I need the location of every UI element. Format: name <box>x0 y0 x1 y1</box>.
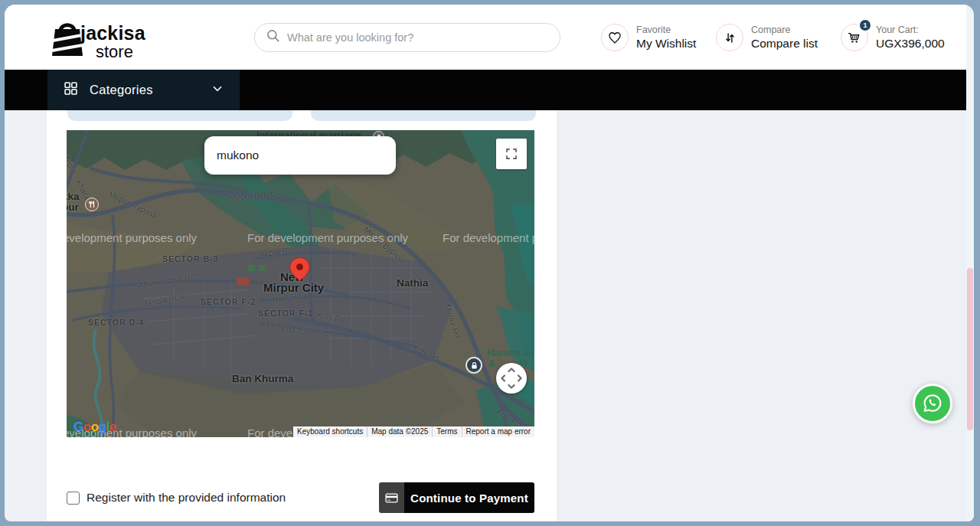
map-label: Kotli Rd <box>316 311 345 325</box>
map-label: Mangla Road <box>140 291 189 309</box>
wishlist-button[interactable]: Favorite My Wishlist <box>601 23 696 52</box>
map-pin[interactable] <box>289 257 310 284</box>
search-icon <box>266 28 281 47</box>
whatsapp-icon <box>921 392 944 415</box>
form-field-partial[interactable] <box>311 110 536 121</box>
checkout-card: International marriageMirpur - Kharak Rd… <box>47 110 557 521</box>
map-label: & <box>488 359 495 370</box>
location-map[interactable]: International marriageMirpur - Kharak Rd… <box>67 130 534 437</box>
lock-poi-icon[interactable] <box>466 357 482 374</box>
google-logo-letter: e <box>109 420 116 434</box>
map-label: Mirpur Rd <box>443 303 462 339</box>
map-label: Mirpur-Bypass <box>107 190 158 220</box>
heart-icon <box>601 24 629 51</box>
map-label: Ban Khurma <box>232 374 293 385</box>
google-logo-letter: g <box>99 420 106 434</box>
site-header: jackisa store Favorite My Wishl <box>5 5 966 70</box>
google-logo-letter: G <box>74 420 83 434</box>
fullscreen-icon <box>505 147 518 161</box>
scrollbar-thumb[interactable] <box>967 268 973 430</box>
map-label: SECTOR B-3 <box>162 255 218 264</box>
cart-count-badge: 1 <box>858 18 872 32</box>
register-checkbox[interactable] <box>67 492 80 505</box>
map-label: For development purposes only <box>67 232 197 245</box>
google-logo-letter: o <box>83 420 91 434</box>
compare-button[interactable]: Compare Compare list <box>716 23 818 52</box>
map-attribution-item[interactable]: Terms <box>432 426 461 437</box>
categories-label: Categories <box>90 83 153 97</box>
logo-text: jackisa store <box>80 24 145 60</box>
map-attribution: Keyboard shortcutsMap data ©2025TermsRep… <box>293 426 534 437</box>
map-label: For development purposes only <box>247 232 408 245</box>
store-logo[interactable]: jackisa store <box>49 18 145 62</box>
compare-arrows-icon <box>716 24 743 51</box>
nav-bar: Categories <box>5 70 966 110</box>
continue-to-payment-button[interactable]: Continue to Payment <box>379 482 534 513</box>
cart-total: UGX396,000 <box>876 36 945 51</box>
chevron-down-icon <box>211 82 224 99</box>
wishlist-value: My Wishlist <box>636 36 696 51</box>
wishlist-label: Favorite <box>636 25 696 37</box>
map-search-input[interactable] <box>204 136 396 175</box>
google-logo[interactable]: Google <box>74 420 116 435</box>
map-label: For development purposes only <box>443 232 534 245</box>
map-label: pur <box>67 202 79 214</box>
map-search-box[interactable] <box>204 136 396 175</box>
credit-card-icon <box>379 482 404 513</box>
pan-arrows-icon <box>498 364 525 392</box>
map-attribution-item: Map data ©2025 <box>367 426 432 437</box>
map-label: Mirpur Bypass <box>229 188 281 204</box>
logo-line1: jackisa <box>80 24 145 43</box>
fullscreen-button[interactable] <box>496 139 527 169</box>
map-label: Haul Rd <box>272 292 302 305</box>
map-label: Kotli Rd <box>411 343 440 364</box>
search-bar[interactable] <box>254 23 560 52</box>
compare-label: Compare <box>751 25 818 37</box>
compare-value: Compare list <box>751 36 818 51</box>
restaurant-poi-icon[interactable] <box>85 198 99 211</box>
map-label: Akbar Rd <box>259 246 293 260</box>
logo-line2: store <box>96 44 145 60</box>
whatsapp-button[interactable] <box>913 384 952 423</box>
search-input[interactable] <box>287 31 549 44</box>
page-scrollbar[interactable] <box>966 5 974 521</box>
map-label: SECTOR F-2 <box>201 298 256 307</box>
pan-control[interactable] <box>496 363 527 394</box>
grid-icon <box>63 80 79 100</box>
cart-label: Your Cart: <box>876 25 945 37</box>
cart-button[interactable]: 1 Your Cart: UGX396,000 <box>841 23 945 52</box>
map-label: Mujahid Town Rd <box>266 322 328 338</box>
cart-icon: 1 <box>841 24 868 51</box>
register-row: Register with the provided information <box>67 491 286 505</box>
register-label: Register with the provided information <box>87 491 286 505</box>
map-attribution-item[interactable]: Keyboard shortcuts <box>293 426 367 437</box>
map-label: Nathia <box>397 278 428 289</box>
map-attribution-item[interactable]: Report a map error <box>462 426 534 437</box>
categories-button[interactable]: Categories <box>47 70 240 110</box>
form-field-partial[interactable] <box>67 110 292 121</box>
map-label: SECTOR D-4 <box>88 319 144 328</box>
map-label: Allama Iqbal Rd <box>138 272 195 290</box>
google-logo-letter: o <box>91 420 99 434</box>
continue-label: Continue to Payment <box>404 482 534 513</box>
map-label: SECTOR F-1 <box>258 309 313 319</box>
page: jackisa store Favorite My Wishl <box>5 5 974 521</box>
